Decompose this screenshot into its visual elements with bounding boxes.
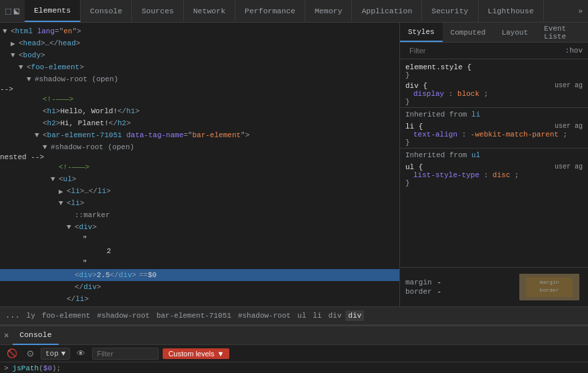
triangle-icon bbox=[51, 163, 59, 171]
styles-filter-input[interactable] bbox=[405, 45, 525, 56]
dom-line[interactable]: ▼ <foo-element> bbox=[0, 61, 399, 73]
breadcrumb-overflow[interactable]: ... bbox=[5, 311, 20, 320]
dom-line[interactable]: ▼ #shadow-root (open) bbox=[0, 73, 399, 85]
triangle-icon: ▼ bbox=[35, 131, 43, 139]
triangle-icon bbox=[67, 271, 75, 279]
triangle-icon bbox=[75, 235, 83, 243]
tab-application[interactable]: Application bbox=[352, 0, 422, 22]
css-rule-li: li { user ag text-align : -webkit-match-… bbox=[400, 121, 588, 148]
tab-layout[interactable]: Layout bbox=[493, 23, 536, 42]
breadcrumb-item[interactable]: ly bbox=[24, 310, 38, 321]
dom-line[interactable]: ▶ <li>…</li> bbox=[0, 185, 399, 197]
breadcrumb-item[interactable]: div bbox=[326, 310, 345, 321]
tab-memory[interactable]: Memory bbox=[305, 0, 352, 22]
console-filter-input[interactable] bbox=[92, 348, 159, 360]
triangle-icon bbox=[67, 211, 75, 219]
tab-styles[interactable]: Styles bbox=[400, 23, 443, 42]
dom-line[interactable]: ▶ <head>…</head> bbox=[0, 37, 399, 49]
margin-row: margin - bbox=[405, 278, 441, 286]
dom-line[interactable]: </li> bbox=[0, 293, 399, 305]
dom-line[interactable]: </div> bbox=[0, 281, 399, 293]
dom-line[interactable]: 2 bbox=[0, 245, 399, 257]
triangle-icon: ▶ bbox=[11, 39, 19, 48]
tab-icons: ⬚ ⬕ bbox=[0, 0, 25, 22]
dom-panel: ▼ <html lang="en"> ▶ <head>…</head> ▼ <b… bbox=[0, 23, 400, 306]
dom-line[interactable]: <h1>Hello, World!</h1> bbox=[0, 105, 399, 117]
more-tabs-button[interactable]: » bbox=[573, 0, 588, 22]
context-selector[interactable]: top ▼ bbox=[41, 348, 70, 360]
dom-line[interactable]: ▼ <body> bbox=[0, 49, 399, 61]
styles-tabs: Styles Computed Layout Event Liste bbox=[400, 23, 588, 43]
triangle-icon: ▼ bbox=[19, 63, 27, 71]
dom-line[interactable]: ::marker bbox=[0, 209, 399, 221]
border-row: border - bbox=[405, 288, 441, 296]
svg-text:margin: margin bbox=[540, 279, 559, 285]
breadcrumb-item[interactable]: #shadow-root bbox=[94, 310, 152, 321]
dom-line[interactable]: ▼ #shadow-root (open) bbox=[0, 141, 399, 153]
preserve-log-button[interactable]: ⊙ bbox=[24, 347, 37, 360]
breadcrumb-item[interactable]: bar-element-71051 bbox=[154, 310, 234, 321]
inherited-from-li: Inherited from li bbox=[400, 107, 588, 121]
triangle-icon bbox=[35, 95, 43, 103]
tab-network[interactable]: Network bbox=[184, 0, 235, 22]
device-icon[interactable]: ⬕ bbox=[13, 5, 19, 17]
tab-console[interactable]: Console bbox=[81, 0, 132, 22]
tab-performance[interactable]: Performance bbox=[235, 0, 305, 22]
breadcrumb-item-active[interactable]: div bbox=[345, 310, 364, 321]
console-toolbar: 🚫 ⊙ top ▼ 👁 Custom levels ▼ bbox=[0, 345, 588, 362]
clear-console-button[interactable]: 🚫 bbox=[4, 347, 20, 360]
dom-line[interactable]: <h2>Hi, Planet!</h2> bbox=[0, 117, 399, 129]
svg-text:border: border bbox=[540, 287, 559, 293]
console-tab-bar: ✕ Console bbox=[0, 326, 588, 345]
tab-event-listeners[interactable]: Event Liste bbox=[536, 23, 588, 42]
triangle-icon bbox=[67, 283, 75, 291]
dom-line[interactable]: ▼ <html lang="en"> bbox=[0, 25, 399, 37]
console-output[interactable]: > jsPath($0); document.querySelector('ht… bbox=[0, 362, 588, 373]
tab-security[interactable]: Security bbox=[422, 0, 478, 22]
triangle-icon: ▼ bbox=[27, 75, 35, 83]
dom-line[interactable]: <!-———> bbox=[0, 161, 399, 173]
chevron-down-icon: ▼ bbox=[61, 350, 66, 358]
triangle-icon: ▼ bbox=[43, 143, 51, 151]
inspect-icon[interactable]: ⬚ bbox=[5, 5, 11, 17]
tab-elements[interactable]: Elements bbox=[25, 0, 81, 22]
triangle-icon bbox=[35, 107, 43, 115]
breadcrumb-item[interactable]: li bbox=[310, 310, 324, 321]
triangle-icon bbox=[75, 259, 83, 267]
triangle-icon: ▶ bbox=[59, 187, 67, 196]
console-tab[interactable]: Console bbox=[13, 326, 58, 345]
chevron-down-icon: ▼ bbox=[217, 350, 225, 358]
breadcrumb-item[interactable]: foo-element bbox=[39, 310, 93, 321]
breadcrumb-item[interactable]: #shadow-root bbox=[235, 310, 293, 321]
hov-toggle[interactable]: :hov bbox=[565, 47, 583, 55]
triangle-icon bbox=[59, 295, 67, 303]
dom-line[interactable]: " bbox=[0, 233, 399, 245]
triangle-icon: ▼ bbox=[67, 223, 75, 231]
styles-rules-list: element.style { } div { user ag display … bbox=[400, 59, 588, 267]
breadcrumb-item[interactable]: ul bbox=[295, 310, 309, 321]
dom-line[interactable]: " bbox=[0, 257, 399, 269]
box-model-area: margin - border - margin border bbox=[400, 267, 588, 306]
css-rule-ul: ul { user ag list-style-type : disc ; } bbox=[400, 162, 588, 188]
styles-filter-bar: :hov bbox=[400, 43, 588, 59]
breadcrumb-bar: ... ly foo-element #shadow-root bar-elem… bbox=[0, 306, 588, 325]
eye-icon-button[interactable]: 👁 bbox=[74, 347, 88, 360]
tab-sources[interactable]: Sources bbox=[132, 0, 183, 22]
dom-line[interactable]: ▼ <div> bbox=[0, 221, 399, 233]
dom-line[interactable]: <!-———> bbox=[0, 93, 399, 105]
dom-line[interactable]: ▼ <ul> bbox=[0, 173, 399, 185]
dom-line[interactable]: ▼ <bar-element-71051 data-tag-name="bar-… bbox=[0, 129, 399, 141]
triangle-icon: ▼ bbox=[51, 175, 59, 183]
console-area: ✕ Console 🚫 ⊙ top ▼ 👁 Custom levels ▼ > … bbox=[0, 325, 588, 373]
main-layout: ▼ <html lang="en"> ▶ <head>…</head> ▼ <b… bbox=[0, 23, 588, 306]
custom-levels-button[interactable]: Custom levels ▼ bbox=[163, 348, 229, 359]
tab-lighthouse[interactable]: Lighthouse bbox=[479, 0, 544, 22]
dom-tree[interactable]: ▼ <html lang="en"> ▶ <head>…</head> ▼ <b… bbox=[0, 23, 399, 306]
dom-line-selected[interactable]: <div>2.5</div> == $0 bbox=[0, 269, 399, 281]
triangle-icon: ▼ bbox=[3, 27, 11, 35]
close-console-icon[interactable]: ✕ bbox=[0, 330, 13, 340]
tab-computed[interactable]: Computed bbox=[443, 23, 494, 42]
dom-line[interactable]: ▼ <li> bbox=[0, 197, 399, 209]
box-model-svg: margin border bbox=[516, 270, 583, 304]
css-rule-element-style: element.style { } bbox=[400, 62, 588, 81]
